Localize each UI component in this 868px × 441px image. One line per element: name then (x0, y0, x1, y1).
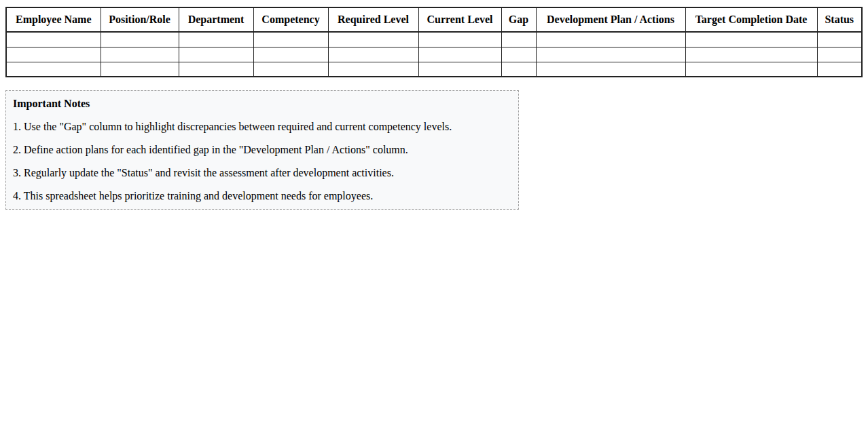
header-status: Status (817, 7, 862, 32)
header-competency: Competency (253, 7, 328, 32)
table-cell (536, 47, 685, 62)
table-cell (501, 32, 536, 47)
table-cell (253, 32, 328, 47)
table-cell (6, 32, 101, 47)
table-cell (328, 32, 418, 47)
table-cell (685, 62, 817, 77)
table-cell (685, 47, 817, 62)
table-cell (179, 32, 253, 47)
page: Employee Name Position/Role Department C… (0, 0, 868, 441)
table-cell (179, 62, 253, 77)
table-cell (817, 62, 862, 77)
table-cell (817, 47, 862, 62)
table-cell (101, 62, 179, 77)
note-item-3: 3. Regularly update the "Status" and rev… (13, 167, 511, 179)
table-header-row: Employee Name Position/Role Department C… (6, 7, 862, 32)
table-cell (536, 62, 685, 77)
competency-assessment-table: Employee Name Position/Role Department C… (5, 7, 863, 77)
table-cell (6, 62, 101, 77)
table-cell (536, 32, 685, 47)
table-cell (101, 32, 179, 47)
note-item-1: 1. Use the "Gap" column to highlight dis… (13, 121, 511, 133)
table-cell (253, 47, 328, 62)
header-employee-name: Employee Name (6, 7, 101, 32)
table-row (6, 47, 862, 62)
note-item-4: 4. This spreadsheet helps prioritize tra… (13, 190, 511, 202)
table-cell (101, 47, 179, 62)
table-cell (6, 47, 101, 62)
table-cell (501, 47, 536, 62)
header-department: Department (179, 7, 253, 32)
header-position-role: Position/Role (101, 7, 179, 32)
table-cell (328, 47, 418, 62)
table-row (6, 32, 862, 47)
table-cell (685, 32, 817, 47)
table-cell (328, 62, 418, 77)
table-row (6, 62, 862, 77)
notes-title: Important Notes (13, 98, 511, 110)
header-development-plan: Development Plan / Actions (536, 7, 685, 32)
table-cell (418, 62, 501, 77)
table-cell (418, 32, 501, 47)
header-current-level: Current Level (418, 7, 501, 32)
header-target-completion-date: Target Completion Date (685, 7, 817, 32)
table-body (6, 32, 862, 77)
table-cell (418, 47, 501, 62)
header-required-level: Required Level (328, 7, 418, 32)
note-item-2: 2. Define action plans for each identifi… (13, 144, 511, 156)
table-cell (179, 47, 253, 62)
table-cell (501, 62, 536, 77)
table-cell (253, 62, 328, 77)
notes-box: Important Notes 1. Use the "Gap" column … (5, 90, 519, 210)
header-gap: Gap (501, 7, 536, 32)
table-cell (817, 32, 862, 47)
